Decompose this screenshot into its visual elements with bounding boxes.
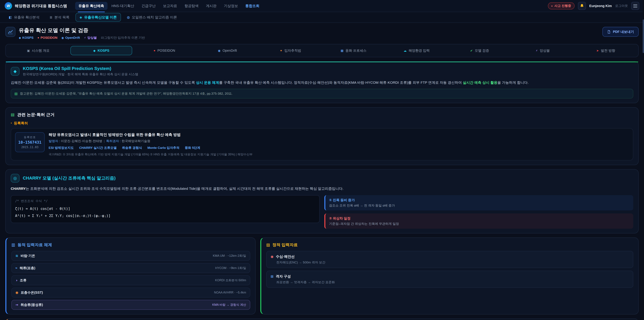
main-nav: 유출유 확산예측 HNS·대기확산 긴급구난 보고자료 항공탐색 게시판 기상정… xyxy=(75,2,263,10)
grid-icon: ⊞ xyxy=(271,274,274,278)
lightning-icon: ⚡ xyxy=(536,49,538,53)
model-badge-row: ◆KOSPS ●POSEIDON ◉OpenDrift ⚡앙상블 라그랑지안 입… xyxy=(19,36,145,40)
reference-box: ▤ 참고문헌: 김혜진·이문진·오세웅·강준묵, "유출유 확산 예측 모델의 … xyxy=(11,89,633,99)
grid-icon: ▦ xyxy=(340,49,344,53)
registered-patent-label: ▪ 등록특허 xyxy=(11,121,633,126)
chip-poseidon[interactable]: ●POSEIDON xyxy=(134,46,195,55)
page-icon xyxy=(5,27,16,37)
static-inputs-title: 정적 입력자료 xyxy=(272,242,298,247)
patent-meta: 발명자 : 이문진·김혜진·이승현·전태병 | 특허권자 : 한국해양과학기술원 xyxy=(49,139,252,143)
badge-poseidon: ●POSEIDON xyxy=(38,36,58,40)
nav-oil-spill-prediction[interactable]: 유출유 확산예측 xyxy=(75,2,108,10)
notification-bell-button[interactable] xyxy=(578,2,586,10)
input-data-row: ▥ 동적 입력자료 체계 ≋바람·기온 KMA UM · ~12km·2회/일 … xyxy=(5,237,639,314)
patent-section: ▤ 관련 논문·특허 근거 ▪ 등록특허 등록번호 10-1567431 201… xyxy=(5,107,639,165)
nav-emergency-rescue[interactable]: 긴급구난 xyxy=(138,2,159,10)
amplitude-note: ① 진폭 동비 증가 검조소 조위 진폭 α배 → 전 격자 동일 α배 증가 xyxy=(324,195,633,210)
input-row-tide: ◑조류 KORDI 조화분석·500m xyxy=(12,275,250,285)
charry-title: CHARRY 모델 (실시간 조류예측 핵심 알고리즘) xyxy=(23,175,116,181)
monitor-icon: ▣ xyxy=(27,49,30,53)
chip-particle-tracking[interactable]: ✦입자추적법 xyxy=(260,46,321,55)
nav-bulletin-board[interactable]: 게시판 xyxy=(202,2,220,10)
secondary-tab-bar: ◧ 유출유 확산분석 ≣ 분석 목록 ◈ 유출유확산모델 이론 ◍ 오일펜스 배… xyxy=(0,12,644,23)
chip-future-direction[interactable]: ➤발전 방향 xyxy=(575,46,636,55)
gradient-accent-line xyxy=(6,62,638,62)
highlight-operation-system: 상시 운용 체계 xyxy=(196,81,219,84)
nav-aerial-search[interactable]: 항공탐색 xyxy=(181,2,202,10)
list-icon: ≣ xyxy=(50,15,52,19)
spark-icon: ✦ xyxy=(280,49,282,53)
bell-icon xyxy=(580,4,584,8)
top-right-cluster: ● 사고 진행중 Eunjeong Kim 로그아웃 xyxy=(548,2,639,10)
page-title: 유출유 확산 모델 이론 및 검증 xyxy=(19,27,145,34)
bullet-icon: ▪ xyxy=(11,121,12,125)
kosps-title: KOSPS (Korea Oil Spill Prediction System… xyxy=(23,66,138,71)
documents-icon: ▤ xyxy=(11,112,14,117)
tide-icon: ◑ xyxy=(16,278,18,282)
reference-text: 참고문헌: 김혜진·이문진·오세웅·강준묵, "유출유 확산 예측 모델의 상시… xyxy=(20,92,232,96)
charry-target-icon: ◎ xyxy=(11,174,20,183)
chip-weathering-process[interactable]: ▦풍화 프로세스 xyxy=(323,46,384,55)
scrollbar[interactable] xyxy=(643,0,644,320)
incident-status-badge[interactable]: ● 사고 진행중 xyxy=(548,2,574,10)
nav-weather-info[interactable]: 기상정보 xyxy=(220,2,241,10)
app-title: 해양환경 위기대응 통합시스템 xyxy=(15,3,67,9)
page-header: 유출유 확산 모델 이론 및 검증 ◆KOSPS ●POSEIDON ◉Open… xyxy=(5,27,639,40)
tag-charry-tide-model[interactable]: CHARRY 실시간 조류모델 xyxy=(79,146,117,150)
badge-opendrift: ◉OpenDrift xyxy=(62,36,80,40)
tab-spill-analysis[interactable]: ◧ 유출유 확산분석 xyxy=(5,13,44,22)
circle-icon: ◉ xyxy=(62,36,64,40)
phase-note: ② 위상차 일정 기준점–격자점 간 위상차는 진폭에 무관하게 일정 xyxy=(324,213,633,229)
nav-hns-air-dispersion[interactable]: HNS·대기확산 xyxy=(108,2,138,10)
highlight-realtime-use: 실시간 예측 상시 활용 xyxy=(463,81,498,84)
tab-oilfence-algorithm-theory[interactable]: ◍ 오일펜스 배치 알고리즘 이론 xyxy=(123,13,181,22)
wave-icon: ≈ xyxy=(16,266,17,270)
patent-registration-box: 등록번호 10-1567431 2015.11.03 xyxy=(15,132,44,152)
tab-label: 유출유확산모델 이론 xyxy=(84,15,117,20)
pdf-export-button[interactable]: PDF 내보내기 xyxy=(602,27,639,37)
nav-integrated-search[interactable]: 통합조회 xyxy=(242,2,263,10)
formula-line-2: A²(t) = Σ Yᵢ² + 2Σ YᵢYⱼ cos[(σᵢ-σⱼ)t-(φᵢ… xyxy=(15,212,315,219)
tag-wind-current-formula[interactable]: 취송류 경험식 xyxy=(122,146,142,150)
assignee: 한국해양과학기술원 xyxy=(122,139,150,143)
formula-line-1: ζ(t) = A(t) cos[σt - θ(t)] xyxy=(15,205,315,212)
tab-analysis-list[interactable]: ≣ 분석 목록 xyxy=(46,13,74,22)
logout-link[interactable]: 로그아웃 xyxy=(615,4,628,8)
input-row-wind-temp: ≋바람·기온 KMA UM · ~12km·2회/일 xyxy=(12,251,250,261)
user-name: Eunjeong Kim xyxy=(589,4,612,8)
tag-monte-carlo-tracking[interactable]: Monte Carlo 입자추적 xyxy=(148,146,180,150)
tag-esi-control-map[interactable]: ESI 방제정보지도 xyxy=(49,146,74,150)
menu-button[interactable] xyxy=(631,2,639,10)
bars-icon: ▥ xyxy=(12,242,15,247)
patent-tags: ESI 방제정보지도 CHARRY 실시간 조류모델 취송류 경험식 Monte… xyxy=(49,146,252,150)
dynamic-inputs-card: ▥ 동적 입력자료 체계 ≋바람·기온 KMA UM · ~12km·2회/일 … xyxy=(5,237,256,314)
registration-date: 2015.11.03 xyxy=(18,145,42,149)
tag-weathering-stages[interactable]: 풍화 5단계 xyxy=(185,146,200,150)
scrollbar-thumb[interactable] xyxy=(643,20,644,53)
diamond-icon: ◆ xyxy=(19,36,21,40)
rocket-icon: ➤ xyxy=(596,49,599,53)
chip-model-validation[interactable]: ✔모델 검증 xyxy=(449,46,510,55)
chip-ocean-env-input[interactable]: ☁해양환경 입력 xyxy=(386,46,448,55)
status-dot-icon: ● xyxy=(551,5,552,7)
charry-section: ◎ CHARRY 모델 (실시간 조류예측 핵심 알고리즘) CHARRY는 조… xyxy=(5,169,639,233)
tab-model-theory[interactable]: ◈ 유출유확산모델 이론 xyxy=(76,13,121,22)
app-window: W 해양환경 위기대응 통합시스템 유출유 확산예측 HNS·대기확산 긴급구난… xyxy=(0,0,644,320)
section-nav: ▣시스템 개요 ◆KOSPS ●POSEIDON ◉OpenDrift ✦입자추… xyxy=(5,44,639,57)
nav-report-materials[interactable]: 보고자료 xyxy=(160,2,180,10)
chip-kosps[interactable]: ◆KOSPS xyxy=(70,46,132,55)
top-navigation-bar: W 해양환경 위기대응 통합시스템 유출유 확산예측 HNS·대기확산 긴급구난… xyxy=(0,0,644,12)
tab-label: 분석 목록 xyxy=(54,15,70,20)
chip-system-overview[interactable]: ▣시스템 개요 xyxy=(8,46,69,55)
input-row-sst: ◉표층수온(SST) NOAA AVHRR · ~5.4km xyxy=(12,288,250,297)
chip-ensemble[interactable]: ⚡앙상블 xyxy=(512,46,574,55)
formula-comment: /* 변조조석 수식 */ xyxy=(15,199,315,203)
dot-icon: ● xyxy=(154,49,156,52)
wind-driven-icon: ⇝ xyxy=(16,303,18,307)
chip-opendrift[interactable]: ◉OpenDrift xyxy=(196,46,258,55)
incident-status-label: 사고 진행중 xyxy=(554,4,571,8)
tab-label: 오일펜스 배치 알고리즘 이론 xyxy=(132,15,177,20)
kosps-description: 김혜진·이문진·오세웅·강준묵 등(2011)이 개발한 KOSPS는 유류오염… xyxy=(11,80,633,86)
theory-icon: ◈ xyxy=(80,15,82,19)
badge-ensemble: ⚡앙상블 xyxy=(84,36,97,40)
